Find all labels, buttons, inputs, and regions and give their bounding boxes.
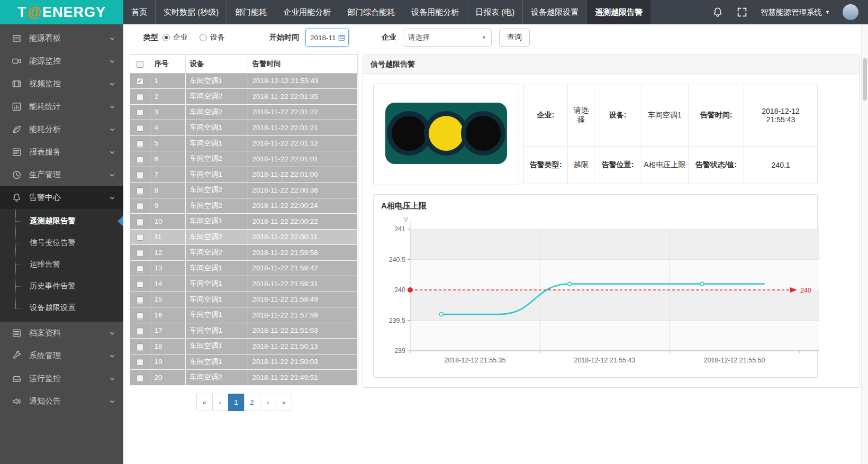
table-row[interactable]: 16车间空调12018-11-22 21:57:59 [130,307,358,323]
nav-item-1[interactable]: 首页 [123,0,155,24]
sidebar-item[interactable]: 能源看板 [0,27,123,50]
filter-bar: 类型 企业设备 开始时间 企业 请选择 ▼ 查询 [130,24,868,51]
row-checkbox[interactable] [137,94,143,101]
avatar[interactable] [843,4,858,20]
select-all-checkbox[interactable] [137,61,143,68]
table-row[interactable]: 20车间空调22018-11-22 21:49:51 [130,370,358,386]
sidebar-item[interactable]: 报表服务 [0,141,123,163]
table-row[interactable]: 14车间空调12018-11-22 21:59:31 [130,276,358,292]
type-radio-企业[interactable]: 企业 [162,33,188,42]
row-checkbox[interactable] [137,187,143,194]
sidebar-subitem[interactable]: 运维告警 [0,253,123,275]
nav-item-5[interactable]: 部门综合能耗 [339,0,403,24]
sidebar-submenu: 遥测越限告警信号变位告警运维告警历史事件告警设备越限设置 [0,209,123,322]
row-checkbox[interactable] [137,156,143,163]
type-radio-group: 企业设备 [162,33,237,42]
sidebar-item[interactable]: 能耗统计 [0,95,123,118]
table-row[interactable]: 3车间空调22018-11-22 22:01:22 [130,104,358,120]
nav-item-7[interactable]: 日报表 (电) [467,0,522,24]
sidebar-item[interactable]: 运行监控 [0,367,123,390]
table-row[interactable]: 2车间空调22018-11-22 22:01:35 [130,89,358,105]
svg-text:2018-12-12 21:55:35: 2018-12-12 21:55:35 [444,357,505,364]
row-checkbox[interactable] [137,234,143,241]
sidebar-item[interactable]: 能耗分析 [0,118,123,141]
page-button-1[interactable]: 1 [228,394,245,411]
nav-item-8[interactable]: 设备越限设置 [522,0,586,24]
sidebar-item[interactable]: 告警中心 [0,186,123,209]
radio-icon[interactable] [162,34,170,41]
content-area: 序号设备告警时间✓1车间空调12018-12-12 21:55:432车间空调2… [130,51,868,411]
row-checkbox[interactable] [137,281,143,288]
row-checkbox[interactable] [137,296,143,303]
table-row[interactable]: 17车间空调12018-11-22 21:51:03 [130,323,358,339]
table-row[interactable]: 19车间空调12018-11-22 21:50:03 [130,354,358,370]
row-checkbox[interactable] [137,203,143,210]
table-row[interactable]: 9车间空调22018-11-22 22:00:24 [130,198,358,214]
query-button[interactable]: 查询 [499,29,530,47]
row-checkbox[interactable] [137,171,143,178]
system-menu[interactable]: 智慧能源管理系统 ▼ [761,7,830,17]
start-time-input[interactable] [310,34,338,42]
sidebar-item[interactable]: 通知公告 [0,390,123,413]
row-checkbox[interactable] [137,140,143,147]
nav-item-4[interactable]: 企业用能分析 [275,0,339,24]
chevron-down-icon [108,194,116,202]
logo-text-t: T [17,4,27,21]
row-checkbox[interactable] [137,375,143,381]
row-checkbox[interactable] [137,327,143,334]
page-button-‹[interactable]: ‹ [212,394,229,411]
page-button-›[interactable]: › [260,394,276,411]
fullscreen-icon[interactable] [736,6,748,18]
table-row[interactable]: 7车间空调12018-11-22 22:01:00 [130,167,358,183]
bell-icon[interactable] [712,6,724,18]
sidebar-item[interactable]: 系统管理 [0,344,123,367]
sidebar-subitem[interactable]: 信号变位告警 [0,232,123,253]
table-row[interactable]: 4车间空调12018-11-22 22:01:21 [130,120,358,136]
radio-icon[interactable] [200,34,207,41]
row-checkbox[interactable] [137,359,143,366]
calendar-icon[interactable] [338,33,346,42]
sidebar-item-label: 档案资料 [29,328,61,338]
row-checkbox[interactable] [137,219,143,225]
vertical-scrollbar[interactable] [861,24,868,464]
svg-text:239: 239 [394,347,405,354]
info-value: 240.1 [744,147,818,184]
table-row[interactable]: 6车间空调22018-11-22 22:01:01 [130,151,358,167]
row-checkbox[interactable] [137,125,143,132]
type-radio-设备[interactable]: 设备 [200,33,225,42]
chevron-down-icon [108,35,116,42]
row-checkbox[interactable] [137,250,143,257]
main-content: 类型 企业设备 开始时间 企业 请选择 ▼ 查询 [123,24,868,464]
nav-item-6[interactable]: 设备用能分析 [403,0,467,24]
row-checkbox[interactable] [137,265,143,272]
table-row[interactable]: 8车间空调22018-11-22 22:00:36 [130,183,358,198]
table-row[interactable]: 18车间空调12018-11-22 21:50:13 [130,339,358,354]
nav-item-2[interactable]: 实时数据 (秒级) [155,0,227,24]
scrollbar-thumb[interactable] [863,58,867,101]
table-row[interactable]: 5车间空调12018-11-22 22:01:12 [130,135,358,151]
row-checkbox[interactable] [137,312,143,319]
sidebar-item[interactable]: 视频监控 [0,72,123,95]
sidebar-subitem[interactable]: 历史事件告警 [0,275,123,297]
page-button-2[interactable]: 2 [244,394,260,411]
table-row[interactable]: 13车间空调12018-11-22 21:59:42 [130,260,358,276]
sidebar-subitem[interactable]: 设备越限设置 [0,297,123,319]
sidebar-item[interactable]: 生产管理 [0,163,123,186]
nav-item-9[interactable]: 遥测越限告警 [586,0,650,24]
row-checkbox[interactable]: ✓ [137,78,143,85]
table-row[interactable]: ✓1车间空调12018-12-12 21:55:43 [130,73,358,89]
company-select[interactable]: 请选择 ▼ [403,29,492,47]
sidebar-item[interactable]: 档案资料 [0,322,123,344]
page-button-»[interactable]: » [276,394,292,411]
page-button-«[interactable]: « [196,394,213,411]
table-row[interactable]: 15车间空调12018-11-22 21:58:49 [130,292,358,307]
row-checkbox[interactable] [137,343,143,350]
table-row[interactable]: 11车间空调22018-11-22 22:00:11 [130,229,358,245]
table-row[interactable]: 10车间空调12018-11-22 22:00:22 [130,214,358,230]
table-row[interactable]: 12车间空调22018-11-22 21:59:58 [130,245,358,261]
sidebar-subitem[interactable]: 遥测越限告警 [0,210,123,232]
row-checkbox[interactable] [137,109,143,116]
traffic-light-icon [385,102,508,167]
sidebar-item[interactable]: 能源监控 [0,50,123,72]
nav-item-3[interactable]: 部门能耗 [227,0,275,24]
